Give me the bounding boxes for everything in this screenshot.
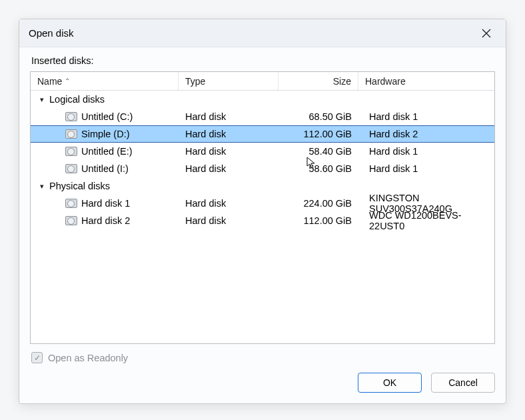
disk-row[interactable]: Untitled (C:) Hard disk 68.50 GiB Hard d… (31, 108, 494, 125)
open-readonly-option: ✓ Open as Readonly (30, 349, 495, 373)
disk-row[interactable]: Untitled (I:) Hard disk 58.60 GiB Hard d… (31, 160, 494, 177)
rows-container: ▾ Logical disks Untitled (C:) Hard disk … (31, 91, 494, 343)
disk-list: Name ⌃ Type Size Hardware ▾ Logical disk… (30, 71, 495, 344)
header-name[interactable]: Name ⌃ (31, 72, 179, 90)
header-hardware[interactable]: Hardware (358, 72, 494, 90)
sort-asc-icon: ⌃ (65, 77, 70, 85)
column-headers: Name ⌃ Type Size Hardware (31, 72, 494, 91)
disk-row[interactable]: Hard disk 2 Hard disk 112.00 GiB WDC WD1… (31, 212, 494, 229)
close-icon[interactable] (476, 23, 496, 43)
titlebar: Open disk (19, 19, 506, 47)
disk-row[interactable]: Simple (D:) Hard disk 112.00 GiB Hard di… (31, 125, 494, 143)
dialog-footer: ✓ Open as Readonly OK Cancel (19, 344, 506, 403)
group-logical-disks[interactable]: ▾ Logical disks (31, 91, 494, 108)
disk-icon (65, 164, 77, 173)
inserted-disks-label: Inserted disks: (19, 47, 506, 71)
header-type[interactable]: Type (179, 72, 278, 90)
dialog-title: Open disk (29, 27, 74, 39)
header-size[interactable]: Size (278, 72, 358, 90)
cancel-button[interactable]: Cancel (431, 373, 495, 393)
disk-icon (65, 199, 77, 208)
open-disk-dialog: Open disk Inserted disks: Name ⌃ Type Si… (19, 19, 506, 404)
chevron-down-icon: ▾ (37, 95, 47, 104)
chevron-down-icon: ▾ (37, 182, 47, 191)
disk-icon (65, 147, 77, 156)
checkbox-icon: ✓ (31, 352, 43, 363)
open-readonly-label: Open as Readonly (48, 353, 128, 363)
disk-row[interactable]: Untitled (E:) Hard disk 58.40 GiB Hard d… (31, 143, 494, 160)
disk-icon (65, 216, 77, 225)
disk-icon (65, 129, 77, 139)
disk-icon (65, 112, 77, 121)
ok-button[interactable]: OK (358, 373, 422, 393)
